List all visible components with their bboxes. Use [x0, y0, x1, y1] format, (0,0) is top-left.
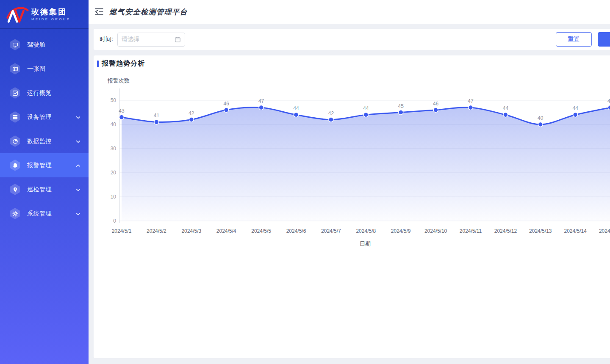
- x-tick-label: 2024/5/13: [529, 228, 552, 234]
- cockpit-icon: [9, 39, 21, 50]
- sidebar-item-label: 系统管理: [27, 210, 75, 218]
- data-point: [294, 113, 299, 117]
- x-tick-label: 2024/5/10: [424, 228, 447, 234]
- x-tick-label: 2024/5/12: [494, 228, 517, 234]
- y-tick-label: 30: [111, 146, 116, 152]
- sidebar-item-label: 数据监控: [27, 138, 75, 145]
- sidebar-item-运行概览[interactable]: 运行概览: [0, 81, 89, 105]
- x-tick-label: 2024/5/11: [460, 228, 482, 234]
- sidebar-collapse-icon[interactable]: [94, 8, 104, 16]
- data-point-label: 46: [433, 101, 439, 107]
- data-point: [573, 113, 578, 117]
- data-point-label: 44: [363, 105, 369, 111]
- overview-icon: [9, 87, 21, 99]
- data-point-label: 44: [503, 105, 509, 111]
- x-tick-label: 2024/5/14: [564, 228, 587, 234]
- sidebar-item-系统管理[interactable]: 系统管理: [0, 201, 89, 226]
- y-tick-label: 20: [111, 170, 116, 176]
- data-point-label: 47: [468, 98, 474, 104]
- data-point: [154, 120, 159, 124]
- sidebar-menu: 驾驶舱一张图运行概览设备管理数据监控报警管理巡检管理系统管理: [0, 33, 89, 226]
- sidebar-item-label: 驾驶舱: [27, 41, 81, 49]
- x-tick-label: 2024/5/3: [181, 228, 201, 234]
- data-point-label: 42: [189, 110, 194, 116]
- sidebar-item-设备管理[interactable]: 设备管理: [0, 105, 89, 129]
- x-tick-label: 2024/5/9: [391, 228, 411, 234]
- map-icon: [9, 63, 21, 74]
- alarm-trend-chart: 报警次数01020304050432024/5/1412024/5/242202…: [94, 55, 610, 254]
- x-tick-label: 2024/5/6: [286, 228, 306, 234]
- sidebar-item-驾驶舱[interactable]: 驾驶舱: [0, 33, 89, 57]
- x-tick-label: 2024/5/4: [216, 228, 236, 234]
- data-point-label: 44: [293, 105, 299, 111]
- chevron-down-icon: [75, 187, 81, 192]
- x-tick-label: 2024/5/7: [321, 228, 341, 234]
- data-point: [329, 117, 333, 122]
- system-icon: [9, 208, 21, 219]
- brand-subtitle: MEIDE GROUP: [31, 17, 70, 21]
- data-point-label: 42: [328, 110, 334, 116]
- data-point-label: 41: [154, 113, 160, 119]
- y-tick-label: 40: [111, 121, 116, 127]
- x-tick-label: 2024/5/15: [599, 228, 610, 234]
- x-tick-label: 2024/5/8: [356, 228, 376, 234]
- data-point: [224, 108, 229, 112]
- device-icon: [9, 111, 21, 123]
- data-point: [119, 115, 124, 119]
- chevron-up-icon: [75, 163, 81, 168]
- data-point-label: 47: [607, 98, 610, 104]
- data-point-label: 47: [258, 98, 264, 104]
- x-tick-label: 2024/5/2: [147, 228, 166, 234]
- data-point: [259, 105, 263, 110]
- sidebar-item-label: 运行概览: [27, 89, 81, 97]
- sidebar-item-label: 一张图: [27, 65, 81, 73]
- brand-name: 玫德集团: [31, 8, 70, 16]
- page-title: 燃气安全检测管理平台: [109, 7, 188, 17]
- sidebar-item-label: 设备管理: [27, 113, 75, 121]
- sidebar-item-一张图[interactable]: 一张图: [0, 57, 89, 81]
- y-tick-label: 0: [113, 218, 116, 224]
- y-tick-label: 10: [111, 194, 116, 200]
- chevron-down-icon: [75, 138, 81, 144]
- chevron-down-icon: [75, 114, 81, 120]
- data-point: [503, 113, 508, 117]
- data-point: [538, 122, 543, 127]
- data-point-label: 45: [398, 103, 404, 109]
- data-point: [189, 117, 194, 122]
- date-picker-input[interactable]: 请选择: [117, 33, 185, 47]
- x-axis-title: 日期: [360, 240, 371, 247]
- data-point-label: 46: [224, 101, 230, 107]
- x-tick-label: 2024/5/1: [112, 228, 132, 234]
- alarm-icon: [9, 160, 21, 171]
- top-header: 燃气安全检测管理平台: [89, 0, 610, 24]
- data-point: [363, 113, 368, 117]
- reset-button[interactable]: 重置: [556, 32, 592, 47]
- sidebar: 玫德集团 MEIDE GROUP 驾驶舱一张图运行概览设备管理数据监控报警管理巡…: [0, 0, 89, 364]
- x-tick-label: 2024/5/5: [251, 228, 271, 234]
- sidebar-item-label: 巡检管理: [27, 186, 75, 193]
- sidebar-item-报警管理[interactable]: 报警管理: [0, 153, 89, 177]
- data-point-label: 44: [573, 105, 579, 111]
- alarm-trend-card: 报警趋势分析 报警次数01020304050432024/5/1412024/5…: [94, 55, 610, 358]
- y-axis-title: 报警次数: [107, 77, 130, 84]
- sidebar-item-数据监控[interactable]: 数据监控: [0, 129, 89, 153]
- data-point-label: 43: [119, 108, 125, 114]
- brand-logo: [6, 5, 29, 24]
- data-point: [608, 105, 610, 110]
- time-filter-label: 时间:: [100, 36, 113, 43]
- data-point: [399, 110, 403, 115]
- y-tick-label: 50: [111, 97, 116, 103]
- data-point: [433, 108, 438, 112]
- data-monitor-icon: [9, 135, 21, 147]
- sidebar-item-巡检管理[interactable]: 巡检管理: [0, 177, 89, 201]
- filter-bar: 时间: 请选择 重置 查询: [94, 29, 610, 50]
- sidebar-item-label: 报警管理: [27, 162, 75, 169]
- brand: 玫德集团 MEIDE GROUP: [0, 0, 89, 29]
- calendar-icon: [175, 36, 181, 43]
- date-picker-placeholder: 请选择: [122, 36, 175, 43]
- query-button[interactable]: 查询: [598, 32, 610, 47]
- inspection-icon: [9, 184, 21, 195]
- chevron-down-icon: [75, 211, 81, 216]
- data-point: [469, 105, 473, 110]
- data-point-label: 40: [538, 115, 543, 121]
